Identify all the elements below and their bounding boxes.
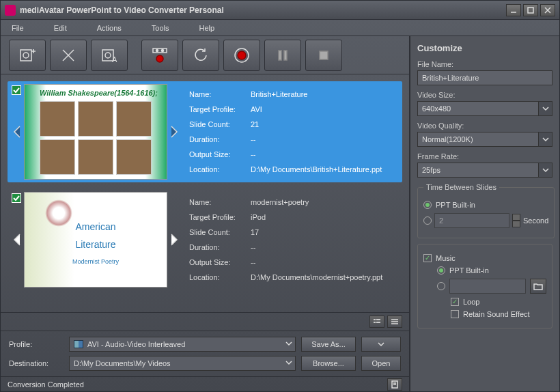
chevron-down-icon xyxy=(538,102,552,115)
svg-point-14 xyxy=(156,49,158,51)
videosize-combo[interactable]: 640x480 xyxy=(417,101,552,116)
slide-thumbnail: American Literature Modernist Poetry xyxy=(24,192,167,288)
profile-value: AVI - Audio-Video Interleaved xyxy=(87,340,185,348)
duration-value: -- xyxy=(251,243,391,251)
music-checkbox[interactable] xyxy=(423,254,432,262)
add-button[interactable] xyxy=(9,40,46,71)
retain-checkbox[interactable] xyxy=(451,310,459,318)
next-slide-button[interactable] xyxy=(167,192,181,288)
item-checkbox[interactable] xyxy=(12,193,21,203)
slides-label: Slide Count: xyxy=(189,120,251,128)
menu-tools[interactable]: Tools xyxy=(152,24,169,32)
auto-button[interactable]: A xyxy=(91,40,128,71)
svg-rect-25 xyxy=(376,322,380,323)
svg-point-5 xyxy=(23,53,29,58)
svg-rect-4 xyxy=(20,50,31,61)
music-file-input[interactable] xyxy=(449,279,526,294)
app-icon xyxy=(5,5,16,16)
framerate-combo[interactable]: 25fps xyxy=(417,163,552,178)
close-button[interactable] xyxy=(540,4,555,16)
list-item[interactable]: American Literature Modernist Poetry Nam… xyxy=(8,189,402,290)
view-list-button[interactable] xyxy=(387,316,402,328)
svg-rect-24 xyxy=(374,322,376,323)
music-builtin-radio[interactable] xyxy=(437,266,445,275)
svg-rect-23 xyxy=(376,319,380,320)
slides-label: Slide Count: xyxy=(189,228,251,236)
thumb-line3: Modernist Poetry xyxy=(72,258,119,265)
menu-actions[interactable]: Actions xyxy=(97,24,122,32)
remove-button[interactable] xyxy=(50,40,87,71)
music-custom-radio[interactable] xyxy=(437,282,445,290)
next-slide-button[interactable] xyxy=(167,84,181,180)
status-text: Conversion Completed xyxy=(8,380,84,389)
profile-combo[interactable]: AVI - Audio-Video Interleaved xyxy=(69,337,296,352)
name-label: Name: xyxy=(189,198,251,206)
time-builtin-label: PPT Built-in xyxy=(436,201,475,209)
chevron-down-icon xyxy=(538,132,552,146)
svg-point-11 xyxy=(105,53,111,58)
output-value: -- xyxy=(251,258,391,266)
time-custom-input[interactable]: 2 xyxy=(434,213,509,228)
open-button[interactable]: Open xyxy=(361,356,401,371)
film-icon xyxy=(74,340,83,348)
time-stepper[interactable] xyxy=(512,214,520,227)
music-browse-button[interactable] xyxy=(530,279,546,294)
time-fieldset: Time Between Slides PPT Built-in 2 Secon… xyxy=(417,183,555,238)
filename-input[interactable]: British+Literature xyxy=(417,70,552,85)
minimize-button[interactable] xyxy=(506,4,521,16)
name-value: modernist+poetry xyxy=(251,198,391,206)
svg-rect-1 xyxy=(528,8,533,13)
pause-button[interactable] xyxy=(264,40,301,71)
output-label: Output Size: xyxy=(189,150,251,158)
item-list: William Shakespeare(1564-1616); Name:Bri… xyxy=(1,74,409,312)
thumb-line1: American xyxy=(75,221,115,232)
time-custom-radio[interactable] xyxy=(423,216,432,225)
location-value: D:\My Documents\British+Literature.ppt xyxy=(251,165,391,173)
svg-rect-21 xyxy=(320,51,328,59)
profile-label: Target Profile: xyxy=(189,105,251,113)
browse-button[interactable]: Browse... xyxy=(301,356,356,371)
refresh-button[interactable] xyxy=(182,40,219,71)
maximize-button[interactable] xyxy=(523,4,538,16)
videosize-label: Video Size: xyxy=(417,91,552,99)
menu-edit[interactable]: Edit xyxy=(54,24,67,32)
window-title: mediAvatar PowerPoint to Video Converter… xyxy=(20,5,224,15)
list-item[interactable]: William Shakespeare(1564-1616); Name:Bri… xyxy=(8,81,402,182)
framerate-label: Frame Rate: xyxy=(417,152,552,160)
time-legend: Time Between Slides xyxy=(423,183,499,191)
menu-file[interactable]: File xyxy=(12,24,24,32)
duration-label: Duration: xyxy=(189,243,251,251)
svg-point-18 xyxy=(238,51,246,59)
loop-checkbox[interactable] xyxy=(451,298,459,306)
svg-text:A: A xyxy=(112,55,117,64)
stop-button[interactable] xyxy=(305,40,342,71)
customize-title: Customize xyxy=(417,43,552,53)
prev-slide-button[interactable] xyxy=(10,84,24,180)
menu-help[interactable]: Help xyxy=(199,24,214,32)
retain-label: Retain Sound Effect xyxy=(463,310,530,318)
profile-label: Target Profile: xyxy=(189,213,251,221)
quality-label: Video Quality: xyxy=(417,122,552,130)
convert-button[interactable] xyxy=(223,40,260,71)
prev-slide-button[interactable] xyxy=(10,192,24,288)
second-label: Second xyxy=(523,216,548,225)
save-as-button[interactable]: Save As... xyxy=(301,337,356,352)
music-fieldset: Music PPT Built-in Loop Retain S xyxy=(417,244,552,328)
item-checkbox[interactable] xyxy=(12,85,21,95)
destination-combo[interactable]: D:\My Documents\My Videos xyxy=(69,356,296,371)
time-builtin-radio[interactable] xyxy=(423,201,432,209)
record-button[interactable] xyxy=(141,40,178,71)
svg-rect-13 xyxy=(153,48,167,53)
location-label: Location: xyxy=(189,165,251,173)
destination-label: Destination: xyxy=(9,359,64,367)
save-as-chev-button[interactable] xyxy=(361,337,401,352)
customize-panel: Customize File Name: British+Literature … xyxy=(410,36,559,391)
quality-combo[interactable]: Normal(1200K) xyxy=(417,132,552,147)
profile-label: Profile: xyxy=(9,340,64,348)
output-label: Output Size: xyxy=(189,258,251,266)
log-button[interactable] xyxy=(387,378,402,391)
chevron-down-icon xyxy=(285,359,292,366)
music-builtin-label: PPT Built-in xyxy=(449,266,489,275)
view-detail-button[interactable] xyxy=(369,316,384,328)
svg-point-16 xyxy=(156,55,163,62)
